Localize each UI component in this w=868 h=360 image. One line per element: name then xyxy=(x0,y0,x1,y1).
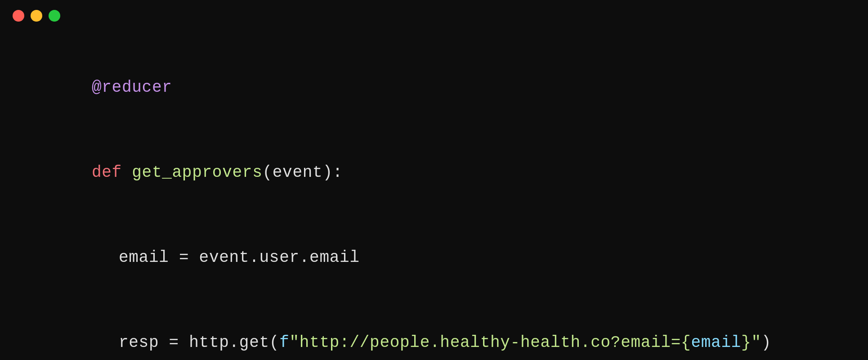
close-paren: ) xyxy=(761,333,771,352)
code-line-1: @reducer xyxy=(31,45,837,130)
close-button[interactable] xyxy=(13,10,24,22)
code-line-3: email = event.user.email xyxy=(31,215,837,300)
var-email: email xyxy=(119,248,169,267)
fstring-var: email xyxy=(691,333,741,352)
decorator: @reducer xyxy=(92,78,172,97)
maximize-button[interactable] xyxy=(49,10,60,22)
window: @reducer def get_approvers(event): email… xyxy=(0,0,868,360)
title-bar xyxy=(0,0,868,32)
url-string-2: }" xyxy=(741,333,761,352)
url-string-1: "http://people.healthy-health.co?email={ xyxy=(289,333,691,352)
function-name: get_approvers xyxy=(132,163,262,182)
fstring-prefix: f xyxy=(279,333,289,352)
minimize-button[interactable] xyxy=(31,10,42,22)
code-editor: @reducer def get_approvers(event): email… xyxy=(0,32,868,360)
keyword-def: def xyxy=(92,163,132,182)
event-user-email: event.user.email xyxy=(199,248,360,267)
http-get-call: http.get( xyxy=(189,333,279,352)
code-line-4: resp = http.get(f"http://people.healthy-… xyxy=(31,300,837,360)
assign-op-2: = xyxy=(159,333,189,352)
assign-op: = xyxy=(169,248,199,267)
code-line-2: def get_approvers(event): xyxy=(31,130,837,215)
var-resp: resp xyxy=(119,333,159,352)
function-params: (event): xyxy=(262,163,343,182)
